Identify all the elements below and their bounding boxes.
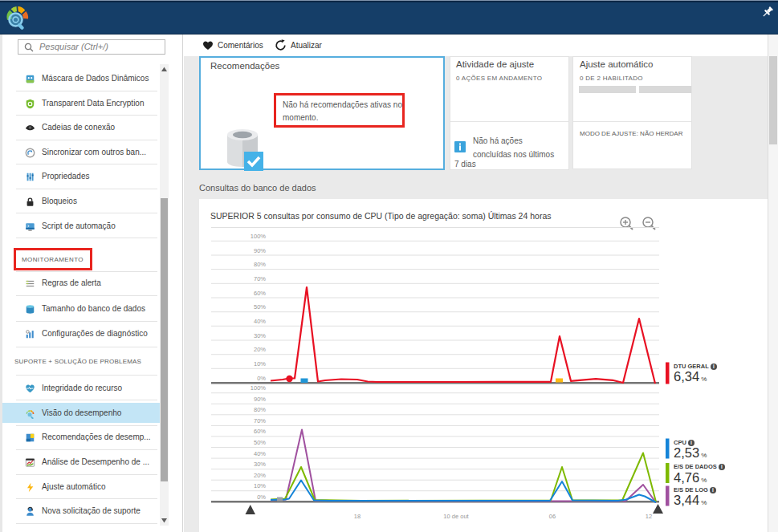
svg-text:100%: 100%	[251, 384, 267, 392]
svg-text:100%: 100%	[251, 233, 267, 240]
svg-text:40%: 40%	[254, 450, 266, 457]
svg-text:0%: 0%	[257, 375, 266, 382]
svg-text:12: 12	[646, 513, 652, 520]
svg-text:90%: 90%	[254, 396, 266, 403]
svg-text:50%: 50%	[254, 303, 266, 311]
svg-text:18: 18	[354, 513, 360, 520]
svg-text:40%: 40%	[254, 318, 266, 325]
svg-text:10 de out: 10 de out	[443, 513, 469, 520]
svg-text:30%: 30%	[254, 461, 266, 468]
svg-text:80%: 80%	[254, 406, 266, 413]
svg-text:30%: 30%	[254, 332, 266, 339]
svg-text:70%: 70%	[254, 275, 266, 282]
svg-text:10%: 10%	[254, 360, 266, 368]
svg-text:80%: 80%	[254, 261, 266, 268]
svg-text:20%: 20%	[254, 346, 266, 353]
svg-text:70%: 70%	[254, 417, 266, 424]
svg-text:10%: 10%	[254, 482, 266, 489]
svg-text:06: 06	[549, 513, 556, 520]
svg-text:60%: 60%	[254, 428, 266, 435]
svg-text:0%: 0%	[257, 493, 266, 501]
svg-text:60%: 60%	[254, 290, 266, 297]
svg-text:50%: 50%	[254, 439, 266, 446]
svg-text:20%: 20%	[254, 472, 266, 479]
svg-text:90%: 90%	[254, 247, 266, 254]
